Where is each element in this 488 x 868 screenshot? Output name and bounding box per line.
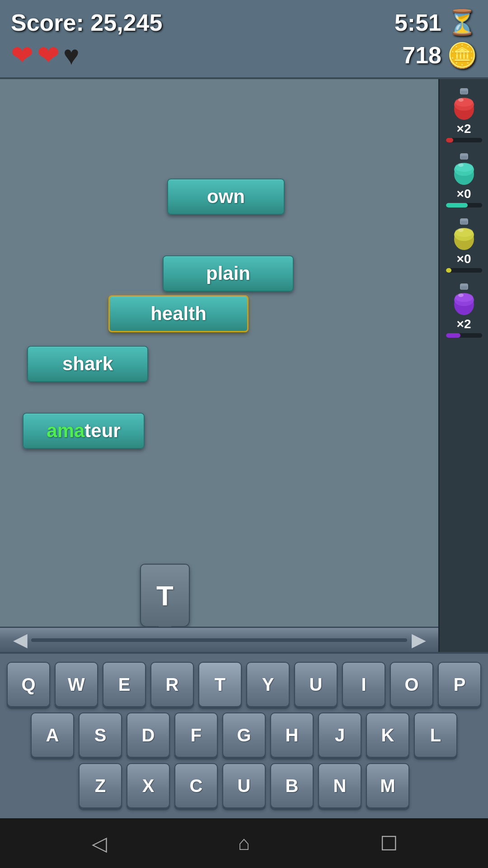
hearts-display: ❤ ❤ ♥ <box>11 39 80 71</box>
key-m[interactable]: M <box>366 763 409 808</box>
word-suffix: teur <box>84 420 120 442</box>
svg-rect-19 <box>461 286 467 290</box>
nav-bar: ◁ ⌂ ☐ <box>0 818 488 868</box>
word-tile-own[interactable]: own <box>167 179 285 215</box>
potion-count-purple: ×2 <box>457 317 471 331</box>
word-tile-health[interactable]: health <box>108 295 249 332</box>
game-board[interactable]: own plain health shark amateur T ◀ ▶ <box>0 79 438 652</box>
score-display: Score: 25,245 <box>11 9 162 36</box>
nav-recents-button[interactable]: ☐ <box>373 827 404 859</box>
key-e[interactable]: E <box>103 662 146 707</box>
coins-display: 718 <box>402 42 441 69</box>
header-top: Score: 25,245 5:51 ⏳ <box>11 8 477 37</box>
svg-point-16 <box>455 228 473 237</box>
key-o[interactable]: O <box>390 662 433 707</box>
keyboard-row-2: A S D F G H J K L <box>5 712 483 758</box>
word-tile-shark[interactable]: shark <box>27 346 148 382</box>
slider-arrow-left[interactable]: ◀ <box>9 630 31 650</box>
svg-point-4 <box>455 98 473 107</box>
svg-point-5 <box>458 98 464 102</box>
potion-bar-yellow <box>446 268 482 273</box>
timer-section: 5:51 ⏳ <box>394 8 477 37</box>
key-q[interactable]: Q <box>7 662 50 707</box>
key-c[interactable]: C <box>174 763 218 808</box>
key-n[interactable]: N <box>318 763 361 808</box>
hourglass-icon: ⏳ <box>447 8 477 37</box>
potion-count-red: ×2 <box>457 122 471 136</box>
potion-bottle-teal <box>450 151 478 185</box>
svg-point-22 <box>455 293 473 302</box>
key-t[interactable]: T <box>198 662 242 707</box>
svg-rect-1 <box>461 91 467 94</box>
coins-section: 718 🪙 <box>402 41 477 70</box>
header: Score: 25,245 5:51 ⏳ ❤ ❤ ♥ 718 🪙 <box>0 0 488 79</box>
potion-item-teal[interactable]: ×0 <box>440 151 488 208</box>
key-k[interactable]: K <box>366 712 409 758</box>
back-icon: ◁ <box>92 832 107 855</box>
potion-bottle-purple <box>450 282 478 315</box>
header-bottom: ❤ ❤ ♥ 718 🪙 <box>11 39 477 71</box>
slider-bar[interactable]: ◀ ▶ <box>0 627 438 652</box>
heart-1: ❤ <box>11 39 33 71</box>
potion-bar-purple <box>446 333 482 338</box>
timer-display: 5:51 <box>394 9 441 36</box>
word-tile-amateur[interactable]: amateur <box>23 413 145 449</box>
potions-sidebar: ×2 ×0 <box>438 79 488 652</box>
key-a[interactable]: A <box>31 712 74 758</box>
key-h[interactable]: H <box>270 712 314 758</box>
key-s[interactable]: S <box>79 712 122 758</box>
svg-rect-13 <box>461 221 467 225</box>
keyboard-row-3: Z X C U B N M <box>5 763 483 808</box>
nav-back-button[interactable]: ◁ <box>84 827 115 859</box>
falling-letter: T <box>140 564 190 627</box>
key-d[interactable]: D <box>127 712 170 758</box>
key-u[interactable]: U <box>294 662 338 707</box>
word-tile-plain[interactable]: plain <box>163 255 294 292</box>
key-r[interactable]: R <box>150 662 194 707</box>
key-j[interactable]: J <box>318 712 361 758</box>
svg-point-23 <box>458 293 464 297</box>
potion-bottle-red <box>450 86 478 120</box>
home-icon: ⌂ <box>238 832 250 854</box>
svg-point-11 <box>458 163 464 167</box>
potion-bottle-yellow <box>450 217 478 250</box>
svg-rect-7 <box>461 156 467 160</box>
key-u2[interactable]: U <box>222 763 266 808</box>
slider-track[interactable] <box>31 638 407 642</box>
potion-count-teal: ×0 <box>457 187 471 201</box>
potion-bar-teal <box>446 203 482 208</box>
potion-item-red[interactable]: ×2 <box>440 86 488 142</box>
key-i[interactable]: I <box>342 662 385 707</box>
key-g[interactable]: G <box>222 712 266 758</box>
key-b[interactable]: B <box>270 763 314 808</box>
svg-point-17 <box>458 228 464 232</box>
coin-icon: 🪙 <box>447 41 477 70</box>
key-w[interactable]: W <box>55 662 98 707</box>
nav-home-button[interactable]: ⌂ <box>228 827 260 859</box>
key-x[interactable]: X <box>127 763 170 808</box>
potion-item-purple[interactable]: ×2 <box>440 282 488 338</box>
heart-2: ❤ <box>37 39 60 71</box>
game-area: own plain health shark amateur T ◀ ▶ <box>0 79 488 652</box>
potion-bar-red <box>446 138 482 142</box>
key-l[interactable]: L <box>414 712 457 758</box>
svg-point-10 <box>455 163 473 172</box>
key-z[interactable]: Z <box>79 763 122 808</box>
potion-count-yellow: ×0 <box>457 252 471 266</box>
key-f[interactable]: F <box>174 712 218 758</box>
word-prefix-green: ama <box>47 420 84 442</box>
square-icon: ☐ <box>380 832 398 855</box>
keyboard-row-1: Q W E R T Y U I O P <box>5 662 483 707</box>
heart-3: ♥ <box>63 40 80 71</box>
key-y[interactable]: Y <box>246 662 290 707</box>
keyboard-area: Q W E R T Y U I O P A S D F G H J K L Z … <box>0 652 488 818</box>
key-p[interactable]: P <box>438 662 481 707</box>
slider-arrow-right[interactable]: ▶ <box>407 630 429 650</box>
potion-item-yellow[interactable]: ×0 <box>440 217 488 273</box>
